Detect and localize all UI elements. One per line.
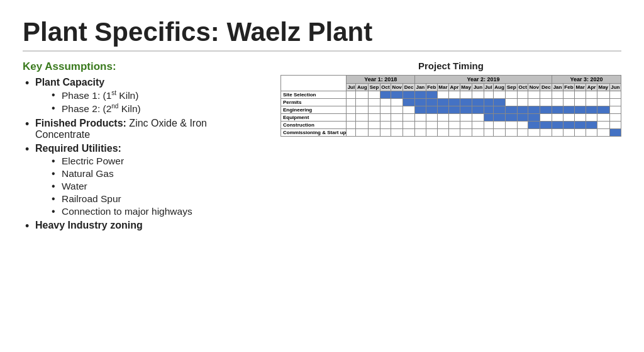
gantt-cell bbox=[347, 99, 356, 106]
gantt-cell bbox=[449, 114, 460, 122]
gantt-cell bbox=[380, 129, 391, 137]
gantt-cell bbox=[575, 129, 586, 137]
gantt-cell bbox=[575, 91, 586, 99]
gantt-cell bbox=[356, 91, 369, 99]
gantt-cell bbox=[518, 91, 528, 99]
gantt-cell bbox=[415, 114, 426, 122]
gantt-cell bbox=[437, 99, 448, 106]
gantt-cell bbox=[460, 99, 472, 106]
gantt-cell bbox=[563, 91, 574, 99]
month-may3: May bbox=[597, 84, 609, 91]
gantt-cell bbox=[472, 122, 484, 129]
phase2-item: Phase 2: (2nd Kiln) bbox=[50, 103, 262, 115]
gantt-cell bbox=[426, 122, 437, 129]
gantt-cell bbox=[540, 91, 552, 99]
gantt-cell bbox=[449, 91, 460, 99]
right-column: Project Timing Year 1: 2018 Year 2: 2019… bbox=[280, 60, 621, 137]
gantt-cell bbox=[449, 106, 460, 114]
gantt-cell bbox=[506, 122, 518, 129]
gantt-cell bbox=[528, 99, 540, 106]
gantt-cell bbox=[597, 129, 609, 137]
gantt-cell bbox=[575, 114, 586, 122]
gantt-cell bbox=[415, 91, 426, 99]
gantt-row-label: Permits bbox=[281, 99, 347, 106]
utilities-sub-list: Electric Power Natural Gas Water Railroa… bbox=[35, 156, 262, 217]
gantt-cell bbox=[484, 106, 493, 114]
month-oct2: Oct bbox=[518, 84, 528, 91]
month-apr2: Apr bbox=[449, 84, 460, 91]
zoning-label: Heavy Industry zoning bbox=[35, 220, 143, 230]
gantt-cell bbox=[472, 106, 484, 114]
gantt-cell bbox=[597, 122, 609, 129]
gantt-cell bbox=[540, 114, 552, 122]
gantt-cell bbox=[609, 122, 621, 129]
gantt-cell bbox=[369, 122, 380, 129]
gantt-cell bbox=[380, 91, 391, 99]
gantt-cell bbox=[380, 106, 391, 114]
gantt-cell bbox=[609, 129, 621, 137]
gantt-cell bbox=[493, 99, 506, 106]
gantt-cell bbox=[472, 129, 484, 137]
month-jun2: Jun bbox=[472, 84, 484, 91]
gantt-cell bbox=[575, 99, 586, 106]
gantt-cell bbox=[575, 106, 586, 114]
gantt-row-label: Engineering bbox=[281, 106, 347, 114]
gantt-cell bbox=[609, 99, 621, 106]
gantt-row: Site Selection bbox=[281, 91, 621, 99]
month-aug2: Aug bbox=[493, 84, 506, 91]
gantt-cell bbox=[391, 122, 403, 129]
utility-water: Water bbox=[50, 181, 262, 192]
utility-highways: Connection to major highways bbox=[50, 206, 262, 217]
month-nov2: Nov bbox=[528, 84, 540, 91]
utility-gas: Natural Gas bbox=[50, 168, 262, 179]
list-item-utilities: Required Utilities: Electric Power Natur… bbox=[23, 143, 262, 217]
gantt-cell bbox=[609, 91, 621, 99]
gantt-cell bbox=[426, 106, 437, 114]
gantt-row: Permits bbox=[281, 99, 621, 106]
gantt-cell bbox=[460, 106, 472, 114]
gantt-cell bbox=[597, 114, 609, 122]
gantt-cell bbox=[528, 106, 540, 114]
year3-header: Year 3: 2020 bbox=[552, 76, 621, 84]
gantt-cell bbox=[415, 129, 426, 137]
gantt-cell bbox=[403, 122, 415, 129]
gantt-cell bbox=[506, 129, 518, 137]
phase1-item: Phase 1: (1st Kiln) bbox=[50, 89, 262, 101]
gantt-cell bbox=[484, 114, 493, 122]
gantt-cell bbox=[484, 129, 493, 137]
gantt-cell bbox=[347, 114, 356, 122]
gantt-cell bbox=[586, 129, 597, 137]
gantt-cell bbox=[391, 99, 403, 106]
utility-electric: Electric Power bbox=[50, 156, 262, 167]
capacity-sub-list: Phase 1: (1st Kiln) Phase 2: (2nd Kiln) bbox=[35, 89, 262, 115]
gantt-cell bbox=[347, 129, 356, 137]
gantt-cell bbox=[415, 99, 426, 106]
empty-corner bbox=[281, 76, 347, 91]
gantt-cell bbox=[472, 99, 484, 106]
gantt-cell bbox=[506, 91, 518, 99]
gantt-cell bbox=[540, 129, 552, 137]
month-jul2: Jul bbox=[484, 84, 493, 91]
month-apr3: Apr bbox=[586, 84, 597, 91]
month-jul1: Jul bbox=[347, 84, 356, 91]
gantt-cell bbox=[597, 106, 609, 114]
month-dec1: Dec bbox=[403, 84, 415, 91]
gantt-cell bbox=[347, 91, 356, 99]
gantt-cell bbox=[380, 99, 391, 106]
gantt-cell bbox=[369, 129, 380, 137]
gantt-cell bbox=[518, 129, 528, 137]
gantt-cell bbox=[437, 114, 448, 122]
gantt-row-label: Equipment bbox=[281, 114, 347, 122]
gantt-cell bbox=[369, 99, 380, 106]
gantt-cell bbox=[528, 114, 540, 122]
gantt-cell bbox=[472, 91, 484, 99]
gantt-row-label: Site Selection bbox=[281, 91, 347, 99]
gantt-cell bbox=[575, 122, 586, 129]
month-sep1: Sep bbox=[369, 84, 380, 91]
gantt-row-label: Construction bbox=[281, 122, 347, 129]
gantt-cell bbox=[426, 129, 437, 137]
products-label: Finished Products: bbox=[35, 118, 126, 128]
gantt-cell bbox=[552, 114, 564, 122]
gantt-cell bbox=[586, 99, 597, 106]
gantt-cell bbox=[347, 122, 356, 129]
